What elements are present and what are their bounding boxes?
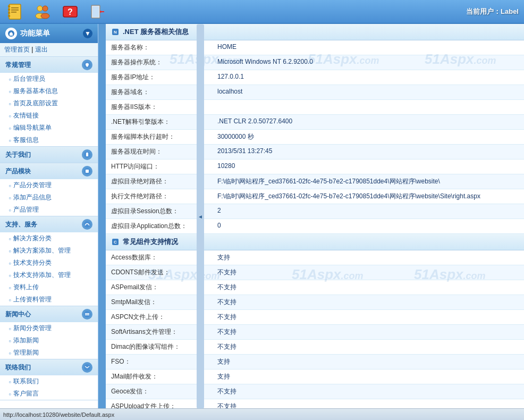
sidebar-item-tech-add[interactable]: 技术支持添加、管理 bbox=[0, 269, 98, 281]
section-about: 关于我们 bbox=[0, 147, 98, 163]
row-label: 服务器现在时间： bbox=[106, 145, 212, 159]
row-label: ASPUpload文件上传： bbox=[106, 399, 212, 409]
toolbar: ? 当前用户：Label bbox=[0, 0, 524, 24]
sidebar-item-product-manage[interactable]: 产品管理 bbox=[0, 204, 98, 216]
section-support: 支持、服务 解决方案分类 解决方案添加、管理 技术支持分类 技术支持添加、管理 … bbox=[0, 216, 98, 306]
components-header: C 常见组件支持情况 bbox=[106, 234, 524, 250]
svg-text:N: N bbox=[114, 30, 117, 35]
sidebar-item-friendly-links[interactable]: 友情链接 bbox=[0, 110, 98, 122]
table-row: Geoce发信： 不支持 bbox=[106, 384, 524, 399]
section-title-support: 支持、服务 bbox=[0, 216, 98, 232]
section-contact: 联络我们 联系我们 客户留言 bbox=[0, 359, 98, 400]
sidebar-item-tech-category[interactable]: 技术支持分类 bbox=[0, 257, 98, 269]
row-label: SoftArtisans文件管理： bbox=[106, 325, 212, 340]
server-info-table: 服务器名称： HOME 服务器操作系统： Microsoft Windows N… bbox=[106, 40, 524, 234]
svg-rect-24 bbox=[85, 313, 89, 314]
row-value: 不支持 bbox=[212, 295, 524, 310]
row-label: 执行文件绝对路径： bbox=[106, 189, 212, 204]
sidebar-item-customer-service[interactable]: 客服信息 bbox=[0, 134, 98, 146]
sidebar-item-upload[interactable]: 资料上传 bbox=[0, 281, 98, 293]
row-value: .NET CLR 2.0.50727.6400 bbox=[212, 115, 524, 130]
section-common-admin: 常规管理 后台管理员 服务器基本信息 首页及底部设置 友情链接 编辑导航菜单 客… bbox=[0, 57, 98, 147]
sidebar-nav-links: 管理首页 | 退出 bbox=[0, 43, 98, 57]
collapse-sidebar-btn[interactable]: ◄ bbox=[197, 24, 204, 408]
sidebar-collapse-btn[interactable]: ▼ bbox=[83, 29, 92, 38]
row-value: 不支持 bbox=[212, 310, 524, 325]
section-title-about: 关于我们 bbox=[0, 147, 98, 163]
row-value: 不支持 bbox=[212, 265, 524, 280]
status-url: http://localhost:10280/website/Default.a… bbox=[3, 411, 114, 418]
notebook-icon[interactable] bbox=[5, 2, 24, 21]
table-row: SoftArtisans文件管理： 不支持 bbox=[106, 325, 524, 340]
sidebar-item-add-product[interactable]: 添加产品信息 bbox=[0, 191, 98, 204]
svg-rect-3 bbox=[8, 12, 10, 14]
table-row: Access数据库： 支持 bbox=[106, 250, 524, 265]
row-label: ASPCN文件上传： bbox=[106, 310, 212, 325]
svg-text:C: C bbox=[114, 240, 117, 245]
row-label: 服务器操作系统： bbox=[106, 55, 212, 70]
row-value: F:\临时\网站程序_ced37661-02fc-4e75-b7e2-c1790… bbox=[212, 174, 524, 189]
sidebar-item-contact-us[interactable]: 联系我们 bbox=[0, 375, 98, 388]
row-label: ASPemail发信： bbox=[106, 280, 212, 295]
svg-point-26 bbox=[84, 364, 90, 371]
row-label: 服务器IP地址： bbox=[106, 70, 212, 85]
sidebar-item-edit-nav[interactable]: 编辑导航菜单 bbox=[0, 122, 98, 134]
table-row: CDONTS邮件发送： 不支持 bbox=[106, 265, 524, 280]
row-label: 服务器名称： bbox=[106, 40, 212, 55]
table-row: FSO： 支持 bbox=[106, 355, 524, 369]
table-row: 执行文件绝对路径： F:\临时\网站程序_ced37661-02fc-4e75-… bbox=[106, 189, 524, 204]
server-info-watermark-area: 51Aspx.com 51Aspx.com 51Aspx.com 服务器名称： … bbox=[106, 40, 524, 234]
nav-home[interactable]: 管理首页 bbox=[4, 46, 30, 53]
sidebar-item-admin-users[interactable]: 后台管理员 bbox=[0, 73, 98, 85]
svg-point-22 bbox=[84, 221, 90, 228]
svg-point-8 bbox=[37, 6, 43, 11]
section-icon-contact bbox=[82, 362, 92, 373]
sidebar-item-product-category[interactable]: 产品分类管理 bbox=[0, 179, 98, 191]
row-value: HOME bbox=[212, 40, 524, 55]
svg-text:?: ? bbox=[67, 7, 73, 16]
svg-rect-4 bbox=[8, 15, 10, 17]
nav-logout[interactable]: 退出 bbox=[35, 46, 48, 53]
sidebar-header-icon bbox=[5, 28, 17, 39]
row-label: SmtpMail发信： bbox=[106, 295, 212, 310]
table-row: 服务器IP地址： 127.0.0.1 bbox=[106, 70, 524, 85]
row-value: 支持 bbox=[212, 369, 524, 384]
help-icon[interactable]: ? bbox=[61, 2, 80, 21]
table-row: SmtpMail发信： 不支持 bbox=[106, 295, 524, 310]
sidebar-item-manage-news[interactable]: 管理新闻 bbox=[0, 347, 98, 359]
sidebar-item-server-info[interactable]: 服务器基本信息 bbox=[0, 85, 98, 97]
row-label: HTTP访问端口： bbox=[106, 159, 212, 174]
row-label: 服务端脚本执行超时： bbox=[106, 130, 212, 145]
net-icon: N bbox=[111, 28, 120, 36]
exit-icon[interactable] bbox=[88, 2, 107, 21]
svg-point-11 bbox=[41, 13, 49, 19]
sidebar-item-upload-manage[interactable]: 上传资料管理 bbox=[0, 293, 98, 306]
row-value: 10280 bbox=[212, 159, 524, 174]
sidebar-header-label: 功能菜单 bbox=[20, 29, 50, 38]
row-label: 服务器域名： bbox=[106, 85, 212, 100]
components-watermark-area: 51Aspx.com 51Aspx.com 51Aspx.com Access数… bbox=[106, 250, 524, 408]
table-row: ASPCN文件上传： 不支持 bbox=[106, 310, 524, 325]
section-title-common: 常规管理 bbox=[0, 57, 98, 73]
sidebar-item-guestbook[interactable]: 客户留言 bbox=[0, 388, 98, 400]
sidebar-item-news-category[interactable]: 新闻分类管理 bbox=[0, 322, 98, 334]
sidebar-item-add-news[interactable]: 添加新闻 bbox=[0, 334, 98, 347]
table-row: ASPUpload文件上传： 不支持 bbox=[106, 399, 524, 409]
sidebar-item-homepage-settings[interactable]: 首页及底部设置 bbox=[0, 97, 98, 110]
table-row: ASPemail发信： 不支持 bbox=[106, 280, 524, 295]
status-bar: http://localhost:10280/website/Default.a… bbox=[0, 408, 524, 420]
row-value: localhost bbox=[212, 85, 524, 100]
current-user-label: 当前用户：Label bbox=[466, 7, 519, 16]
svg-rect-7 bbox=[11, 12, 16, 13]
row-value: 30000000 秒 bbox=[212, 130, 524, 145]
svg-rect-1 bbox=[8, 5, 10, 7]
sidebar-item-solution-add[interactable]: 解决方案添加、管理 bbox=[0, 245, 98, 257]
row-label: 虚拟目录Session总数： bbox=[106, 204, 212, 219]
table-row: Dimac的图像读写组件： 不支持 bbox=[106, 340, 524, 355]
table-row: 服务器IIS版本： bbox=[106, 100, 524, 115]
components-table: Access数据库： 支持 CDONTS邮件发送： 不支持 ASPemail发信… bbox=[106, 250, 524, 408]
row-value: 不支持 bbox=[212, 384, 524, 399]
sidebar-item-solution-category[interactable]: 解决方案分类 bbox=[0, 232, 98, 245]
table-row: 虚拟目录绝对路径： F:\临时\网站程序_ced37661-02fc-4e75-… bbox=[106, 174, 524, 189]
users-icon[interactable] bbox=[33, 2, 52, 21]
